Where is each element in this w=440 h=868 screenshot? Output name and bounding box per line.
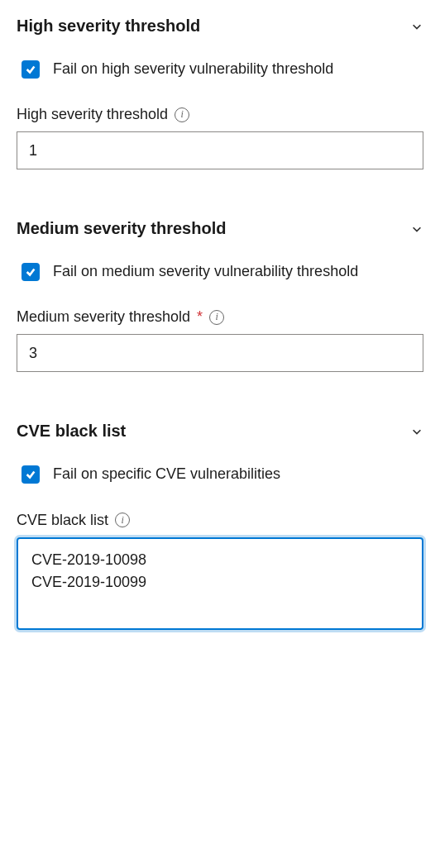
high-threshold-input[interactable] xyxy=(17,131,423,169)
section-title-cve: CVE black list xyxy=(17,422,126,441)
section-high-severity: High severity threshold Fail on high sev… xyxy=(17,17,423,169)
section-header-medium[interactable]: Medium severity threshold xyxy=(17,219,423,238)
info-icon[interactable]: i xyxy=(115,513,130,527)
cve-blacklist-input[interactable] xyxy=(20,541,420,623)
checkbox-label-high: Fail on high severity vulnerability thre… xyxy=(53,59,333,79)
field-label-medium: Medium severity threshold xyxy=(17,308,190,326)
checkbox-label-medium: Fail on medium severity vulnerability th… xyxy=(53,261,358,282)
cve-textarea-wrapper xyxy=(17,537,423,630)
required-asterisk: * xyxy=(197,308,203,326)
chevron-down-icon xyxy=(410,222,423,236)
field-label-cve: CVE black list xyxy=(17,512,108,529)
section-title-medium: Medium severity threshold xyxy=(17,219,226,238)
checkbox-fail-on-high[interactable] xyxy=(22,60,40,79)
checkbox-label-cve: Fail on specific CVE vulnerabilities xyxy=(53,464,280,484)
medium-threshold-input[interactable] xyxy=(17,334,423,372)
checkbox-row-medium: Fail on medium severity vulnerability th… xyxy=(17,261,423,282)
checkbox-row-high: Fail on high severity vulnerability thre… xyxy=(17,59,423,79)
section-header-cve[interactable]: CVE black list xyxy=(17,422,423,441)
chevron-down-icon xyxy=(410,425,423,438)
section-medium-severity: Medium severity threshold Fail on medium… xyxy=(17,219,423,372)
chevron-down-icon xyxy=(410,20,423,33)
field-label-row-medium: Medium severity threshold * i xyxy=(17,308,423,326)
checkbox-row-cve: Fail on specific CVE vulnerabilities xyxy=(17,464,423,484)
section-cve-blacklist: CVE black list Fail on specific CVE vuln… xyxy=(17,422,423,629)
checkbox-fail-on-medium[interactable] xyxy=(22,263,40,281)
field-label-row-cve: CVE black list i xyxy=(17,512,423,529)
checkbox-fail-on-cve[interactable] xyxy=(22,465,40,484)
section-header-high[interactable]: High severity threshold xyxy=(17,17,423,36)
info-icon[interactable]: i xyxy=(175,107,189,122)
info-icon[interactable]: i xyxy=(209,310,224,325)
section-title-high: High severity threshold xyxy=(17,17,200,36)
field-label-high: High severity threshold xyxy=(17,106,168,123)
field-label-row-high: High severity threshold i xyxy=(17,106,423,123)
